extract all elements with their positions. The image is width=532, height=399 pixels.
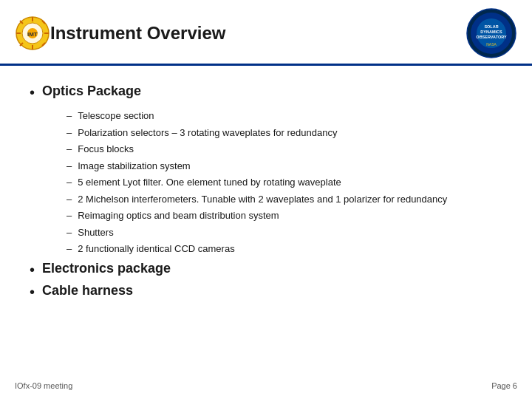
dash-icon: – [66,208,72,223]
bullet-cable: • Cable harness [30,283,502,301]
dash-icon: – [66,126,72,140]
footer-right: Page 6 [491,381,517,390]
footer: IOfx-09 meeting Page 6 [0,381,532,390]
dash-icon: – [66,192,72,207]
optics-label: Optics Package [42,83,141,99]
list-item: – 2 functionally identical CCD cameras [66,242,502,256]
bullet-dot-1: • [30,84,35,101]
subitem-text: Image stabilization system [78,159,190,174]
dash-icon: – [66,175,72,190]
dash-icon: – [66,242,72,256]
list-item: – Image stabilization system [66,159,502,174]
page-title: Instrument Overview [50,23,466,44]
list-item: – Telescope section [66,109,502,123]
svg-text:IMT: IMT [27,31,38,38]
list-item: – Reimaging optics and beam distribution… [66,208,502,223]
dash-icon: – [66,142,72,157]
dash-icon: – [66,159,72,174]
dash-icon: – [66,225,72,240]
subitem-text: 2 Michelson interferometers. Tunable wit… [78,192,447,207]
bullet-dot-2: • [30,262,35,279]
svg-text:NASA: NASA [486,42,497,47]
subitem-text: Telescope section [78,109,154,123]
svg-text:SOLAR: SOLAR [484,24,498,29]
electronics-label: Electronics package [42,261,171,276]
bullet-electronics: • Electronics package [30,261,502,279]
subitem-text: Focus blocks [78,142,134,157]
subitem-text: Shutters [78,225,113,240]
subitem-text: 2 functionally identical CCD cameras [78,242,234,256]
svg-text:DYNAMICS: DYNAMICS [480,30,502,34]
logo-left: IMT [15,16,50,51]
slide: IMT Instrument Overview SOLAR DYNAMICS O… [0,0,532,399]
list-item: – Focus blocks [66,142,502,157]
list-item: – 2 Michelson interferometers. Tunable w… [66,192,502,207]
subitem-text: Polarization selectors – 3 rotating wave… [78,126,337,140]
bullet-optics: • Optics Package [30,83,502,101]
subitem-text: Reimaging optics and beam distribution s… [78,208,279,223]
dash-icon: – [66,109,72,123]
subitem-text: 5 element Lyot filter. One element tuned… [78,175,341,190]
header: IMT Instrument Overview SOLAR DYNAMICS O… [0,0,532,66]
svg-text:OBSERVATORY: OBSERVATORY [476,35,507,39]
content-area: • Optics Package – Telescope section – P… [0,66,532,313]
list-item: – Shutters [66,225,502,240]
cable-label: Cable harness [42,283,133,299]
logo-right: SOLAR DYNAMICS OBSERVATORY NASA [466,7,517,59]
optics-sublist: – Telescope section – Polarization selec… [66,109,502,256]
list-item: – 5 element Lyot filter. One element tun… [66,175,502,190]
bullet-dot-3: • [30,284,35,301]
list-item: – Polarization selectors – 3 rotating wa… [66,126,502,140]
footer-left: IOfx-09 meeting [15,381,72,390]
